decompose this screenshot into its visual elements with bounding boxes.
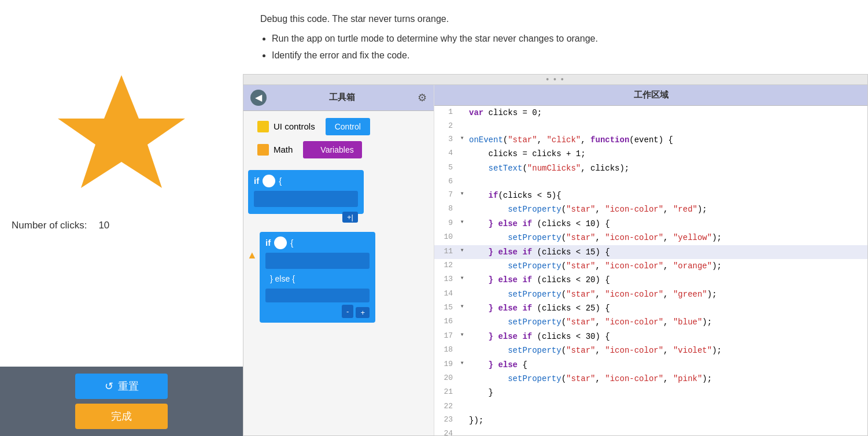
categories-row-2: Math Variables [248, 139, 429, 161]
math-label: Math [274, 145, 293, 154]
line-text-20: setProperty("star", "icon-color", "pink"… [467, 372, 867, 386]
line-number-22: 22 [434, 400, 457, 413]
toolbox-panel: ◀ 工具箱 ⚙ UI controls Control [243, 85, 434, 435]
math-color [257, 144, 269, 156]
clicks-label-text: Number of clicks: [12, 220, 87, 231]
line-text-14: setProperty("star", "icon-color", "green… [467, 287, 867, 301]
line-number-15: 15 [434, 301, 457, 315]
instruction-item-2: Identify the error and fix the code. [272, 48, 851, 63]
variables-color-bar [311, 144, 316, 156]
line-number-14: 14 [434, 287, 457, 301]
code-line-20[interactable]: 20 setProperty("star", "icon-color", "pi… [434, 372, 867, 386]
line-indicator-15: ▾ [457, 301, 467, 312]
block-if-simple[interactable]: if { +| [248, 170, 429, 223]
line-text-19: } else { [467, 358, 867, 372]
code-content[interactable]: 1var clicks = 0;23▾onEvent("star", "clic… [434, 106, 867, 435]
code-line-21[interactable]: 21 } [434, 386, 867, 400]
line-indicator-3: ▾ [457, 133, 467, 144]
line-number-7: 7 [434, 189, 457, 202]
line-indicator-13: ▾ [457, 273, 467, 284]
code-line-14[interactable]: 14 setProperty("star", "icon-color", "gr… [434, 287, 867, 301]
block-else-body [265, 289, 370, 302]
right-panel: Debug this code. The star never turns or… [243, 0, 868, 436]
block-if-1[interactable]: if { +| [248, 170, 364, 214]
toolbox-header: ◀ 工具箱 ⚙ [243, 85, 434, 111]
if-brace-1: { [279, 176, 282, 186]
blocks-area: if { +| ▲ [243, 165, 434, 435]
line-text-13: } else if (clicks < 20) { [467, 273, 867, 287]
block-if-header-1: if { [254, 175, 358, 187]
code-line-8[interactable]: 8 setProperty("star", "icon-color", "red… [434, 202, 867, 216]
line-number-24: 24 [434, 427, 457, 435]
block-footer-2: - + [265, 305, 370, 318]
code-line-11[interactable]: 11▾ } else if (clicks < 15) { [434, 245, 867, 259]
line-number-12: 12 [434, 259, 457, 272]
code-line-2[interactable]: 2 [434, 120, 867, 133]
code-line-4[interactable]: 4 clicks = clicks + 1; [434, 147, 867, 161]
reset-icon: ↺ [105, 380, 113, 393]
done-button[interactable]: 完成 [75, 404, 168, 429]
block-else: } else { [265, 271, 370, 286]
line-indicator-17: ▾ [457, 330, 467, 341]
code-line-22[interactable]: 22 [434, 400, 867, 413]
block-plus-btn-1[interactable]: +| [342, 212, 358, 223]
line-text-4: clicks = clicks + 1; [467, 147, 867, 161]
code-line-19[interactable]: 19▾ } else { [434, 358, 867, 372]
code-line-5[interactable]: 5 setText("numClicks", clicks); [434, 161, 867, 175]
code-editor[interactable]: 工作区域 1var clicks = 0;23▾onEvent("star", … [434, 85, 867, 435]
line-number-17: 17 [434, 330, 457, 343]
code-line-24[interactable]: 24 [434, 427, 867, 435]
left-panel: Number of clicks: 10 ↺ 重置 完成 [0, 0, 243, 436]
code-line-18[interactable]: 18 setProperty("star", "icon-color", "vi… [434, 343, 867, 357]
instruction-title: Debug this code. The star never turns or… [260, 12, 851, 27]
code-line-16[interactable]: 16 setProperty("star", "icon-color", "bl… [434, 315, 867, 329]
reset-button[interactable]: ↺ 重置 [75, 374, 168, 399]
instruction-item-1: Run the app on turtle mode to determine … [272, 31, 851, 46]
line-text-23: }); [467, 413, 867, 427]
line-number-9: 9 [434, 217, 457, 230]
code-line-1[interactable]: 1var clicks = 0; [434, 106, 867, 120]
line-number-4: 4 [434, 147, 457, 160]
line-indicator-19: ▾ [457, 358, 467, 369]
code-line-7[interactable]: 7▾ if(clicks < 5){ [434, 189, 867, 202]
category-math[interactable]: Math [253, 141, 297, 158]
line-number-18: 18 [434, 343, 457, 357]
code-line-23[interactable]: 23}); [434, 413, 867, 427]
block-if-else[interactable]: ▲ if { } else { - [260, 232, 429, 323]
line-indicator-9: ▾ [457, 217, 467, 228]
line-text-18: setProperty("star", "icon-color", "viole… [467, 343, 867, 357]
resize-handle[interactable]: • • • [243, 75, 867, 85]
line-number-3: 3 [434, 133, 457, 146]
control-button[interactable]: Control [326, 118, 370, 135]
code-line-9[interactable]: 9▾ } else if (clicks < 10) { [434, 217, 867, 231]
line-number-11: 11 [434, 245, 457, 258]
code-line-6[interactable]: 6 [434, 175, 867, 189]
code-line-13[interactable]: 13▾ } else if (clicks < 20) { [434, 273, 867, 287]
block-minus-btn[interactable]: - [342, 305, 353, 318]
line-number-1: 1 [434, 106, 457, 119]
code-line-12[interactable]: 12 setProperty("star", "icon-color", "or… [434, 259, 867, 273]
if-input-1[interactable] [263, 175, 275, 187]
line-number-13: 13 [434, 273, 457, 286]
line-number-2: 2 [434, 120, 457, 133]
toolbox-back-button[interactable]: ◀ [250, 90, 267, 106]
variables-button[interactable]: Variables [303, 141, 361, 158]
code-line-17[interactable]: 17▾ } else if (clicks < 30) { [434, 330, 867, 343]
back-icon: ◀ [255, 92, 262, 103]
line-text-11: } else if (clicks < 15) { [467, 245, 867, 259]
category-ui-controls[interactable]: UI controls [253, 118, 320, 135]
if-input-2[interactable] [274, 237, 287, 249]
line-number-23: 23 [434, 413, 457, 427]
line-number-16: 16 [434, 315, 457, 328]
if-keyword-2: if [265, 238, 271, 247]
line-indicator-11: ▾ [457, 245, 467, 256]
code-line-3[interactable]: 3▾onEvent("star", "click", function(even… [434, 133, 867, 147]
block-plus-btn-2[interactable]: + [356, 307, 370, 318]
code-line-10[interactable]: 10 setProperty("star", "icon-color", "ye… [434, 231, 867, 245]
block-if-2[interactable]: if { } else { - + [260, 232, 375, 323]
ide-main: ◀ 工具箱 ⚙ UI controls Control [243, 85, 867, 435]
line-text-22 [467, 400, 867, 401]
code-line-15[interactable]: 15▾ } else if (clicks < 25) { [434, 301, 867, 315]
gear-icon[interactable]: ⚙ [418, 91, 427, 104]
if-keyword-1: if [254, 176, 259, 186]
